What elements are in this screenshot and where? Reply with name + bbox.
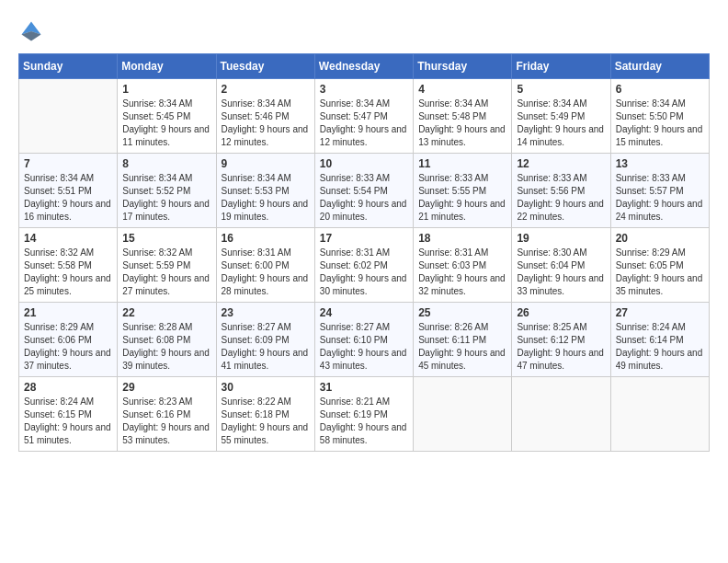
daylight-text: Daylight: 9 hours and 20 minutes. (320, 199, 407, 222)
sunrise-text: Sunrise: 8:33 AM (616, 173, 686, 183)
sunrise-text: Sunrise: 8:32 AM (24, 247, 94, 258)
sunrise-text: Sunrise: 8:31 AM (418, 247, 488, 258)
weekday-header: Tuesday (216, 54, 314, 79)
sunrise-text: Sunrise: 8:27 AM (222, 322, 291, 332)
sunrise-text: Sunrise: 8:25 AM (517, 322, 586, 332)
calendar-week-row: 28 Sunrise: 8:24 AM Sunset: 6:15 PM Dayl… (19, 377, 710, 452)
sunrise-text: Sunrise: 8:30 AM (517, 247, 586, 258)
sunrise-text: Sunrise: 8:27 AM (320, 322, 390, 332)
sunset-text: Sunset: 6:14 PM (616, 335, 684, 345)
daylight-text: Daylight: 9 hours and 33 minutes. (517, 273, 604, 296)
sunset-text: Sunset: 5:52 PM (122, 186, 190, 196)
sunset-text: Sunset: 6:05 PM (616, 260, 684, 270)
sunset-text: Sunset: 5:55 PM (418, 186, 486, 196)
day-number: 21 (24, 306, 112, 319)
daylight-text: Daylight: 9 hours and 25 minutes. (24, 273, 111, 296)
day-number: 24 (320, 306, 408, 319)
daylight-text: Daylight: 9 hours and 27 minutes. (122, 273, 210, 296)
daylight-text: Daylight: 9 hours and 16 minutes. (24, 199, 111, 222)
sunrise-text: Sunrise: 8:34 AM (222, 173, 291, 183)
calendar-cell: 27 Sunrise: 8:24 AM Sunset: 6:14 PM Dayl… (610, 303, 709, 377)
daylight-text: Daylight: 9 hours and 53 minutes. (122, 422, 210, 445)
sunset-text: Sunset: 5:54 PM (320, 186, 388, 196)
sunset-text: Sunset: 6:16 PM (122, 409, 190, 419)
day-number: 19 (517, 232, 605, 245)
sunset-text: Sunset: 5:57 PM (616, 186, 684, 196)
sunrise-text: Sunrise: 8:31 AM (222, 247, 291, 258)
logo (18, 18, 48, 44)
daylight-text: Daylight: 9 hours and 39 minutes. (122, 348, 210, 371)
sunset-text: Sunset: 5:59 PM (122, 260, 190, 270)
daylight-text: Daylight: 9 hours and 55 minutes. (222, 422, 309, 445)
sunset-text: Sunset: 6:04 PM (517, 260, 585, 270)
day-number: 15 (122, 232, 210, 245)
calendar-cell: 19 Sunrise: 8:30 AM Sunset: 6:04 PM Dayl… (512, 228, 610, 303)
calendar-cell: 9 Sunrise: 8:34 AM Sunset: 5:53 PM Dayli… (216, 154, 314, 228)
sunrise-text: Sunrise: 8:21 AM (320, 396, 390, 407)
calendar-cell: 23 Sunrise: 8:27 AM Sunset: 6:09 PM Dayl… (216, 303, 314, 377)
sunrise-text: Sunrise: 8:33 AM (320, 173, 390, 183)
sunrise-text: Sunrise: 8:31 AM (320, 247, 390, 258)
day-number: 31 (320, 381, 408, 394)
calendar-cell: 10 Sunrise: 8:33 AM Sunset: 5:54 PM Dayl… (314, 154, 413, 228)
day-number: 2 (222, 83, 310, 96)
sunset-text: Sunset: 5:48 PM (418, 111, 486, 121)
calendar-cell: 24 Sunrise: 8:27 AM Sunset: 6:10 PM Dayl… (314, 303, 413, 377)
day-number: 16 (222, 232, 310, 245)
sunrise-text: Sunrise: 8:34 AM (418, 98, 488, 109)
calendar-cell: 8 Sunrise: 8:34 AM Sunset: 5:52 PM Dayli… (118, 154, 216, 228)
calendar-cell: 17 Sunrise: 8:31 AM Sunset: 6:02 PM Dayl… (314, 228, 413, 303)
sunrise-text: Sunrise: 8:34 AM (517, 98, 586, 109)
calendar-cell (414, 377, 512, 452)
calendar-cell: 2 Sunrise: 8:34 AM Sunset: 5:46 PM Dayli… (216, 79, 314, 154)
sunset-text: Sunset: 6:15 PM (24, 409, 92, 419)
day-number: 10 (320, 157, 408, 170)
calendar-cell: 6 Sunrise: 8:34 AM Sunset: 5:50 PM Dayli… (610, 79, 709, 154)
day-number: 1 (122, 83, 210, 96)
daylight-text: Daylight: 9 hours and 58 minutes. (320, 422, 407, 445)
sunset-text: Sunset: 6:03 PM (418, 260, 486, 270)
daylight-text: Daylight: 9 hours and 47 minutes. (517, 348, 604, 371)
sunrise-text: Sunrise: 8:34 AM (122, 98, 192, 109)
weekday-header: Monday (118, 54, 216, 79)
day-number: 22 (122, 306, 210, 319)
calendar-cell: 11 Sunrise: 8:33 AM Sunset: 5:55 PM Dayl… (414, 154, 512, 228)
sunset-text: Sunset: 6:08 PM (122, 335, 190, 345)
sunrise-text: Sunrise: 8:24 AM (24, 396, 94, 407)
daylight-text: Daylight: 9 hours and 15 minutes. (616, 124, 703, 147)
weekday-header: Saturday (610, 54, 709, 79)
calendar-cell: 22 Sunrise: 8:28 AM Sunset: 6:08 PM Dayl… (118, 303, 216, 377)
sunset-text: Sunset: 6:02 PM (320, 260, 388, 270)
calendar-cell (512, 377, 610, 452)
daylight-text: Daylight: 9 hours and 51 minutes. (24, 422, 111, 445)
daylight-text: Daylight: 9 hours and 11 minutes. (122, 124, 210, 147)
sunrise-text: Sunrise: 8:28 AM (122, 322, 192, 332)
daylight-text: Daylight: 9 hours and 13 minutes. (418, 124, 506, 147)
daylight-text: Daylight: 9 hours and 35 minutes. (616, 273, 703, 296)
day-number: 27 (616, 306, 704, 319)
sunset-text: Sunset: 5:47 PM (320, 111, 388, 121)
daylight-text: Daylight: 9 hours and 37 minutes. (24, 348, 111, 371)
daylight-text: Daylight: 9 hours and 14 minutes. (517, 124, 604, 147)
sunset-text: Sunset: 5:50 PM (616, 111, 684, 121)
calendar-cell: 3 Sunrise: 8:34 AM Sunset: 5:47 PM Dayli… (314, 79, 413, 154)
day-number: 9 (222, 157, 310, 170)
calendar-cell (610, 377, 709, 452)
sunrise-text: Sunrise: 8:32 AM (122, 247, 192, 258)
logo-icon (18, 18, 44, 44)
calendar-cell: 12 Sunrise: 8:33 AM Sunset: 5:56 PM Dayl… (512, 154, 610, 228)
weekday-header-row: SundayMondayTuesdayWednesdayThursdayFrid… (19, 54, 710, 79)
sunrise-text: Sunrise: 8:34 AM (616, 98, 686, 109)
sunrise-text: Sunrise: 8:23 AM (122, 396, 192, 407)
day-number: 7 (24, 157, 112, 170)
sunrise-text: Sunrise: 8:29 AM (616, 247, 686, 258)
daylight-text: Daylight: 9 hours and 30 minutes. (320, 273, 407, 296)
weekday-header: Thursday (414, 54, 512, 79)
daylight-text: Daylight: 9 hours and 41 minutes. (222, 348, 309, 371)
calendar-week-row: 21 Sunrise: 8:29 AM Sunset: 6:06 PM Dayl… (19, 303, 710, 377)
calendar-cell: 5 Sunrise: 8:34 AM Sunset: 5:49 PM Dayli… (512, 79, 610, 154)
day-number: 28 (24, 381, 112, 394)
calendar-week-row: 14 Sunrise: 8:32 AM Sunset: 5:58 PM Dayl… (19, 228, 710, 303)
day-number: 3 (320, 83, 408, 96)
day-number: 12 (517, 157, 605, 170)
